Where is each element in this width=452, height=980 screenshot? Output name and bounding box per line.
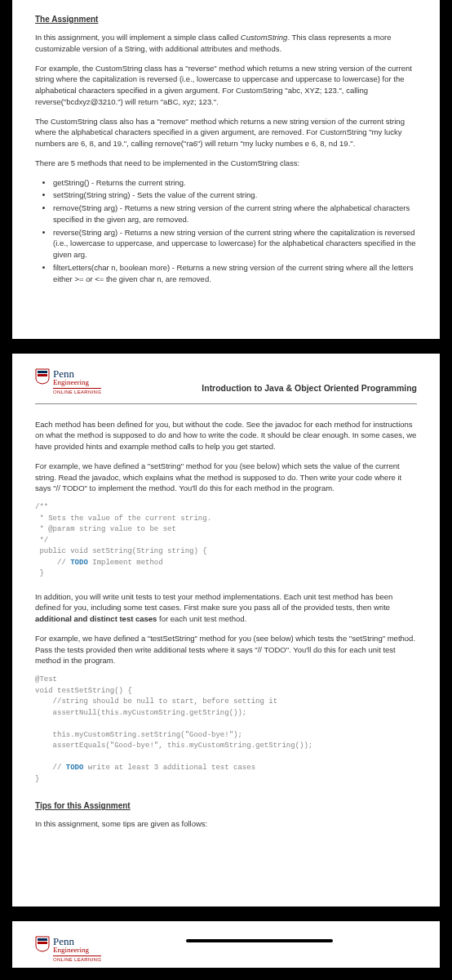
penn-logo: Penn Engineering ONLINE LEARNING (35, 368, 101, 395)
logo-online-text: ONLINE LEARNING (53, 956, 101, 962)
svg-rect-0 (38, 371, 47, 373)
svg-rect-1 (38, 374, 47, 376)
intro-paragraph-3: The CustomString class also has a "remov… (35, 116, 417, 149)
logo-online-text: ONLINE LEARNING (53, 388, 101, 394)
list-item: reverse(String arg) - Returns a new stri… (53, 227, 417, 261)
penn-logo: Penn Engineering ONLINE LEARNING (35, 936, 101, 963)
code-line: } (35, 569, 44, 577)
course-title: Introduction to Java & Object Oriented P… (101, 368, 417, 393)
code-line: /** (35, 503, 48, 511)
document-page-3: Penn Engineering ONLINE LEARNING (12, 921, 440, 968)
intro-paragraph-1: In this assignment, you will implement a… (35, 32, 417, 55)
assignment-title: The Assignment (35, 15, 417, 24)
code-line: // (35, 764, 66, 772)
class-name: CustomString (241, 33, 288, 42)
text: for each unit test method. (157, 614, 246, 623)
code-line: // (35, 559, 70, 567)
list-item: filterLetters(char n, boolean more) - Re… (53, 262, 417, 285)
list-item: getString() - Returns the current string… (53, 177, 417, 189)
code-block-setstring: /** * Sets the value of the current stri… (35, 502, 417, 580)
code-line: } (35, 775, 39, 783)
todo-keyword: TODO (70, 559, 88, 567)
document-page-2: Penn Engineering ONLINE LEARNING Introdu… (12, 354, 440, 906)
todo-keyword: TODO (66, 764, 84, 772)
svg-rect-2 (38, 938, 47, 941)
logo-penn-text: Penn (53, 368, 101, 379)
text: In this assignment, you will implement a… (35, 33, 241, 42)
list-item: setString(String string) - Sets the valu… (53, 189, 417, 201)
page-header: Penn Engineering ONLINE LEARNING (35, 936, 417, 963)
code-line: Implement method (88, 559, 163, 567)
body-paragraph: In addition, you will write unit tests t… (35, 591, 417, 625)
page-header: Penn Engineering ONLINE LEARNING Introdu… (35, 368, 417, 395)
text: In addition, you will write unit tests t… (35, 592, 392, 612)
svg-rect-3 (38, 942, 47, 944)
document-page-1: The Assignment In this assignment, you w… (12, 0, 440, 339)
logo-text: Penn Engineering ONLINE LEARNING (53, 936, 101, 963)
logo-engineering-text: Engineering (53, 379, 101, 386)
code-line: assertNull(this.myCustomString.getString… (35, 709, 246, 717)
code-line: * @param string value to be set (35, 525, 176, 533)
header-divider (35, 403, 417, 404)
logo-text: Penn Engineering ONLINE LEARNING (53, 368, 101, 395)
method-list: getString() - Returns the current string… (35, 177, 417, 285)
shield-icon (35, 936, 50, 952)
tips-title: Tips for this Assignment (35, 801, 417, 810)
body-paragraph: For example, we have defined a "testSetS… (35, 633, 417, 666)
bold-text: additional and distinct test cases (35, 614, 157, 623)
code-line: */ (35, 537, 48, 545)
body-paragraph: Each method has been defined for you, bu… (35, 419, 417, 452)
code-line: void testSetString() { (35, 687, 132, 695)
code-line: this.myCustomString.setString("Good-bye!… (35, 731, 242, 739)
code-line: //string should be null to start, before… (35, 697, 277, 706)
code-block-testsetstring: @Test void testSetString() { //string sh… (35, 675, 417, 785)
body-paragraph: For example, we have defined a "setStrin… (35, 461, 417, 494)
scrollbar-indicator[interactable] (186, 939, 333, 942)
list-item: remove(String arg) - Returns a new strin… (53, 203, 417, 225)
logo-engineering-text: Engineering (53, 947, 101, 954)
intro-paragraph-2: For example, the CustomString class has … (35, 63, 417, 108)
intro-paragraph-4: There are 5 methods that need to be impl… (35, 158, 417, 169)
code-line: public void setString(String string) { (35, 547, 207, 555)
code-line: * Sets the value of the current string. (35, 514, 211, 523)
code-line: write at least 3 additional test cases (83, 764, 255, 772)
code-line: assertEquals("Good-bye!", this.myCustomS… (35, 742, 312, 750)
code-line: @Test (35, 675, 57, 684)
tips-paragraph: In this assignment, some tips are given … (35, 818, 417, 830)
shield-icon (35, 368, 50, 385)
